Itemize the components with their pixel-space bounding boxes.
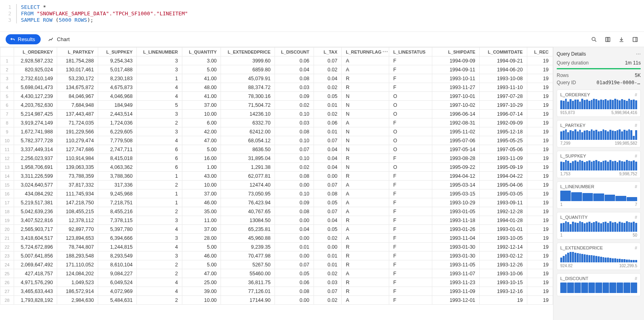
cell[interactable]: 19 bbox=[527, 260, 553, 269]
cell[interactable]: 1993-11-07 bbox=[432, 269, 480, 278]
table-row[interactable]: 64,203,762,6307,684,948184,949537.0071,5… bbox=[0, 101, 553, 110]
cell[interactable]: 1994-09-09 bbox=[432, 56, 480, 65]
cell[interactable]: 1993-11-09 bbox=[432, 287, 480, 296]
table-row[interactable]: 113,337,449,314127,747,6862,747,71165.00… bbox=[0, 145, 553, 154]
cell[interactable]: 0.02 bbox=[314, 65, 342, 74]
cell[interactable]: 0.03 bbox=[314, 278, 342, 287]
cell[interactable]: 73,788,359 bbox=[57, 172, 98, 181]
cell[interactable]: 1993-12-01 bbox=[432, 296, 480, 305]
cell[interactable]: 137,443,487 bbox=[57, 110, 98, 118]
cell[interactable]: 8,610,104 bbox=[98, 260, 137, 269]
table-row[interactable]: 202,565,903,71792,897,7705,397,780437.00… bbox=[0, 225, 553, 234]
cell[interactable]: 0.02 bbox=[275, 101, 314, 110]
cell[interactable]: 1995-03-15 bbox=[432, 189, 480, 198]
cell[interactable]: 7,218,751 bbox=[98, 198, 137, 207]
cell[interactable]: 0.10 bbox=[275, 154, 314, 163]
panel-toggle-icon[interactable] bbox=[632, 36, 638, 43]
cell[interactable]: 188,293,548 bbox=[57, 251, 98, 260]
cell[interactable]: 4,971,576,290 bbox=[14, 278, 57, 287]
cell[interactable]: 0.01 bbox=[275, 243, 314, 251]
cell[interactable]: 71,724,035 bbox=[57, 118, 98, 127]
cell[interactable]: A bbox=[342, 198, 389, 207]
cell[interactable]: 3.00 bbox=[182, 56, 221, 65]
cell[interactable]: 108,455,215 bbox=[57, 207, 98, 216]
cell[interactable]: 10.00 bbox=[182, 296, 221, 305]
code-line[interactable]: SELECT * bbox=[21, 4, 46, 10]
cell[interactable]: 0.07 bbox=[314, 136, 342, 145]
cell[interactable]: 47.00 bbox=[182, 136, 221, 145]
cell[interactable]: 62412.00 bbox=[221, 127, 275, 136]
cell[interactable]: 0.08 bbox=[275, 172, 314, 181]
cell[interactable]: N bbox=[342, 101, 389, 110]
table-row[interactable]: 264,971,576,2901,049,5236,049,524425.003… bbox=[0, 278, 553, 287]
cell[interactable]: 1994-09-21 bbox=[479, 56, 527, 65]
cell[interactable]: 0.08 bbox=[275, 127, 314, 136]
table-row[interactable]: 225,724,672,89678,744,8071,244,81545.009… bbox=[0, 243, 553, 251]
column-header[interactable]: L_LINENUMBER bbox=[137, 48, 182, 56]
cell[interactable]: 19 bbox=[527, 296, 553, 305]
cell[interactable]: 1992-08-31 bbox=[432, 118, 480, 127]
table-row[interactable]: 45,698,041,473134,675,8724,675,873448.00… bbox=[0, 83, 553, 92]
cell[interactable]: 1,244,815 bbox=[98, 243, 137, 251]
table-row[interactable]: 273,465,633,443186,572,9144,072,969439.0… bbox=[0, 287, 553, 296]
cell[interactable]: 19 bbox=[527, 163, 553, 172]
cell[interactable]: 191,229,566 bbox=[57, 127, 98, 136]
cell[interactable]: 14236.10 bbox=[221, 110, 275, 118]
table-row[interactable]: 32,732,610,14953,230,1728,230,183141.004… bbox=[0, 74, 553, 83]
cell[interactable]: 1993-10-11 bbox=[432, 74, 480, 83]
cell[interactable]: 1,291.38 bbox=[221, 163, 275, 172]
cell[interactable]: 184,949 bbox=[98, 101, 137, 110]
cell[interactable]: 0.01 bbox=[314, 127, 342, 136]
cell[interactable]: A bbox=[342, 65, 389, 74]
cell[interactable]: 6,394,666 bbox=[98, 234, 137, 243]
cell[interactable]: 0.08 bbox=[275, 287, 314, 296]
cell[interactable]: 2 bbox=[137, 260, 182, 269]
cell[interactable]: 8,455,216 bbox=[98, 207, 137, 216]
cell[interactable]: 1993-01-01 bbox=[479, 225, 527, 234]
cell[interactable]: 1994-01-28 bbox=[479, 216, 527, 225]
cell[interactable]: 7,378,115 bbox=[98, 216, 137, 225]
cell[interactable]: 5,397,780 bbox=[98, 225, 137, 234]
cell[interactable]: 1993-11-23 bbox=[432, 278, 480, 287]
cell[interactable]: 46.00 bbox=[182, 198, 221, 207]
cell[interactable]: 3,311,226,599 bbox=[14, 172, 57, 181]
cell[interactable]: F bbox=[389, 278, 432, 287]
query-id-value[interactable]: 01ad919e-0000-647f-0... bbox=[597, 80, 641, 85]
cell[interactable]: 5267.50 bbox=[221, 260, 275, 269]
cell[interactable]: F bbox=[389, 207, 432, 216]
cell[interactable]: 45,079.91 bbox=[221, 74, 275, 83]
cell[interactable]: 19 bbox=[527, 225, 553, 234]
cell[interactable]: 1995-07-06 bbox=[432, 136, 480, 145]
column-stats-card[interactable]: L_ORDERKEY#915,8735,998,964,416 bbox=[557, 89, 641, 117]
cell[interactable]: 47.00 bbox=[182, 269, 221, 278]
cell[interactable]: 1993-11-04 bbox=[432, 234, 480, 243]
cell[interactable]: O bbox=[389, 136, 432, 145]
cell[interactable]: R bbox=[342, 278, 389, 287]
cell[interactable]: 2 bbox=[137, 181, 182, 189]
cell[interactable]: 0.08 bbox=[314, 189, 342, 198]
cell[interactable]: 5,042,639,236 bbox=[14, 207, 57, 216]
cell[interactable]: F bbox=[389, 118, 432, 127]
column-stats-card[interactable]: L_DISCOUNT# bbox=[557, 273, 641, 296]
cell[interactable]: 19 bbox=[527, 56, 553, 65]
cell[interactable]: 5,017,488 bbox=[98, 65, 137, 74]
code-line[interactable]: SAMPLE ROW (5000 ROWS); bbox=[21, 17, 93, 23]
column-stats-card[interactable]: L_LINENUMBER#17 bbox=[557, 181, 641, 209]
cell[interactable]: A bbox=[342, 118, 389, 127]
download-icon[interactable] bbox=[618, 36, 625, 43]
cell[interactable]: 6.00 bbox=[182, 118, 221, 127]
cell[interactable]: 7,684,948 bbox=[57, 101, 98, 110]
cell[interactable]: 1997-10-02 bbox=[432, 101, 480, 110]
cell[interactable]: 0.04 bbox=[314, 74, 342, 83]
cell[interactable]: N bbox=[342, 92, 389, 101]
cell[interactable]: 147,218,750 bbox=[57, 198, 98, 207]
cell[interactable]: 6,049,524 bbox=[98, 278, 137, 287]
cell[interactable]: 1997-10-29 bbox=[479, 101, 527, 110]
column-header[interactable]: L_EXTENDEDPRICE bbox=[221, 48, 275, 56]
cell[interactable]: 39.00 bbox=[182, 287, 221, 296]
cell[interactable]: 0.08 bbox=[275, 74, 314, 83]
cell[interactable]: 19 bbox=[527, 92, 553, 101]
cell[interactable]: 0.00 bbox=[275, 251, 314, 260]
cell[interactable]: F bbox=[389, 181, 432, 189]
cell[interactable]: 4,675,873 bbox=[98, 83, 137, 92]
